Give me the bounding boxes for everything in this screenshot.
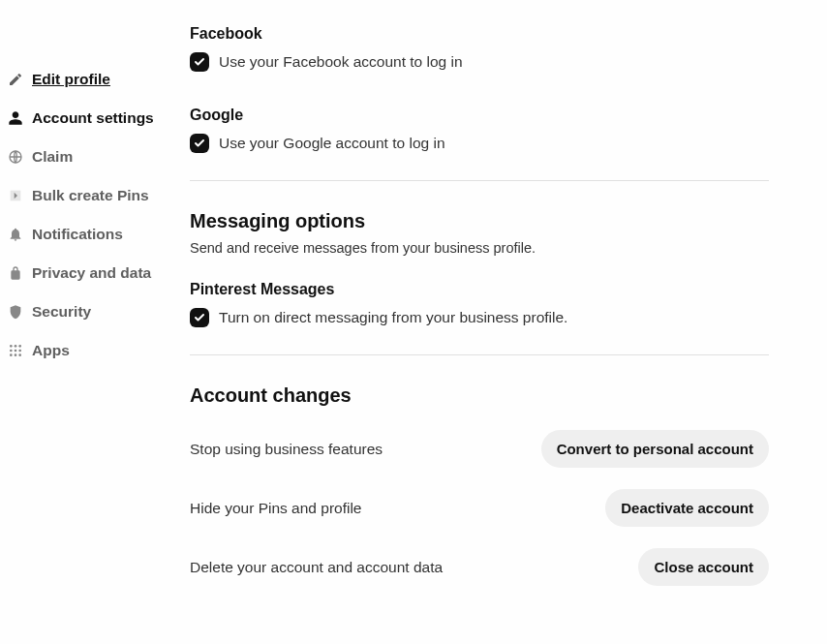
globe-icon (8, 149, 23, 165)
bell-icon (8, 227, 23, 242)
pencil-icon (8, 72, 23, 87)
main-content: Facebook Use your Facebook account to lo… (190, 0, 827, 644)
svg-point-5 (15, 350, 17, 353)
close-account-button[interactable]: Close account (638, 548, 769, 586)
sidebar-item-privacy-and-data[interactable]: Privacy and data (8, 254, 190, 292)
sidebar-item-security[interactable]: Security (8, 292, 190, 331)
divider (190, 354, 769, 355)
check-icon (194, 312, 205, 323)
account-changes-section: Account changes Stop using business feat… (190, 384, 769, 586)
svg-point-3 (18, 345, 21, 348)
pinterest-messages-checkbox[interactable] (190, 308, 209, 327)
svg-point-9 (18, 353, 21, 356)
messaging-section: Messaging options Send and receive messa… (190, 210, 769, 327)
sidebar: Edit profile Account settings Claim Bulk… (0, 0, 190, 644)
deactivate-account-button[interactable]: Deactivate account (605, 489, 769, 527)
deactivate-account-label: Hide your Pins and profile (190, 500, 362, 517)
sidebar-item-claim[interactable]: Claim (8, 138, 190, 176)
facebook-checkbox-row: Use your Facebook account to log in (190, 52, 769, 72)
svg-point-8 (15, 353, 17, 356)
svg-point-2 (15, 345, 17, 348)
sidebar-item-label: Bulk create Pins (32, 187, 149, 204)
messaging-description: Send and receive messages from your busi… (190, 240, 769, 256)
google-checkbox-label: Use your Google account to log in (219, 135, 445, 152)
facebook-checkbox-label: Use your Facebook account to log in (219, 53, 463, 71)
arrow-right-box-icon (8, 188, 23, 203)
grid-icon (8, 343, 23, 358)
facebook-checkbox[interactable] (190, 52, 209, 72)
check-icon (194, 138, 205, 149)
person-icon (8, 110, 23, 126)
lock-icon (8, 265, 23, 281)
sidebar-item-label: Account settings (32, 109, 154, 127)
check-icon (194, 56, 205, 68)
pinterest-messages-title: Pinterest Messages (190, 281, 769, 298)
svg-point-6 (18, 350, 21, 353)
sidebar-item-notifications[interactable]: Notifications (8, 215, 190, 254)
sidebar-item-label: Apps (32, 342, 70, 359)
shield-icon (8, 304, 23, 320)
pinterest-messages-option: Pinterest Messages Turn on direct messag… (190, 281, 769, 327)
google-checkbox-row: Use your Google account to log in (190, 134, 769, 153)
deactivate-account-row: Hide your Pins and profile Deactivate ac… (190, 489, 769, 527)
sidebar-item-bulk-create-pins[interactable]: Bulk create Pins (8, 176, 190, 215)
account-changes-heading: Account changes (190, 384, 769, 407)
svg-point-1 (10, 345, 13, 348)
convert-account-label: Stop using business features (190, 441, 383, 458)
svg-point-4 (10, 350, 13, 353)
google-title: Google (190, 107, 769, 124)
sidebar-item-label: Privacy and data (32, 264, 151, 282)
google-checkbox[interactable] (190, 134, 209, 153)
sidebar-item-apps[interactable]: Apps (8, 331, 190, 370)
google-login-option: Google Use your Google account to log in (190, 107, 769, 153)
sidebar-item-edit-profile[interactable]: Edit profile (8, 60, 190, 99)
convert-account-row: Stop using business features Convert to … (190, 430, 769, 468)
close-account-row: Delete your account and account data Clo… (190, 548, 769, 586)
sidebar-item-label: Notifications (32, 226, 123, 243)
close-account-label: Delete your account and account data (190, 559, 443, 576)
messaging-heading: Messaging options (190, 210, 769, 232)
facebook-login-option: Facebook Use your Facebook account to lo… (190, 25, 769, 72)
convert-to-personal-button[interactable]: Convert to personal account (541, 430, 769, 468)
sidebar-item-label: Claim (32, 148, 73, 166)
divider (190, 180, 769, 181)
sidebar-item-label: Edit profile (32, 71, 110, 88)
svg-point-7 (10, 353, 13, 356)
pinterest-messages-checkbox-label: Turn on direct messaging from your busin… (219, 309, 567, 326)
facebook-title: Facebook (190, 25, 769, 43)
pinterest-messages-checkbox-row: Turn on direct messaging from your busin… (190, 308, 769, 327)
sidebar-item-label: Security (32, 303, 91, 321)
sidebar-item-account-settings[interactable]: Account settings (8, 99, 190, 138)
